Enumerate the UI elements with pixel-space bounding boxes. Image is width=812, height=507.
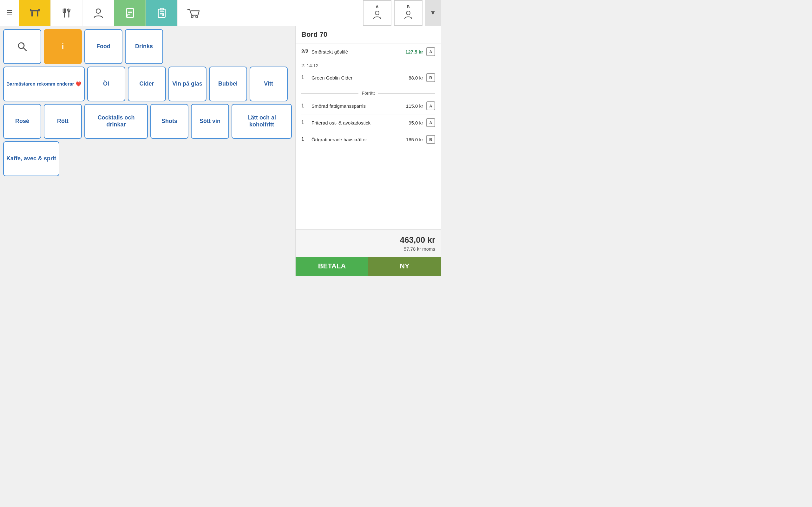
drinks-button[interactable]: Drinks bbox=[125, 29, 163, 64]
seat-badge-a3: A bbox=[426, 118, 435, 127]
svg-rect-2 bbox=[37, 11, 38, 16]
vin-pa-glas-button[interactable]: Vin på glas bbox=[168, 66, 206, 101]
barmastaren-button[interactable]: Barmästaren rekomm enderar ❤️ bbox=[3, 66, 85, 101]
user-a-icon bbox=[372, 10, 382, 21]
section-label-foratt: Förrätt bbox=[362, 91, 374, 96]
nav-receipt-icon[interactable]: $ bbox=[114, 0, 146, 26]
category-row-2: Barmästaren rekomm enderar ❤️ Öl Cider V… bbox=[3, 66, 292, 101]
category-row-3: Rosé Rött Cocktails och drinkar Shots Sö… bbox=[3, 104, 292, 139]
seat-badge-a2: A bbox=[426, 101, 435, 110]
rott-button[interactable]: Rött bbox=[44, 104, 82, 139]
svg-rect-3 bbox=[30, 9, 32, 10]
order-item-cider: 1 Green Goblin Cider 88.0 kr B bbox=[301, 69, 435, 86]
latt-button[interactable]: Lätt och al koholfritt bbox=[232, 104, 292, 139]
user-b-button[interactable]: B bbox=[394, 0, 422, 26]
item-price: 95.0 kr bbox=[409, 120, 423, 125]
top-nav: ☰ bbox=[0, 0, 441, 26]
section-line-right bbox=[378, 93, 435, 94]
svg-line-27 bbox=[23, 48, 26, 51]
section-line-left bbox=[301, 93, 358, 94]
order-item-smorstekt: 2/2 Smörstekt gösfilé 127.5 kr A bbox=[301, 43, 435, 60]
nav-table-icon[interactable] bbox=[19, 0, 51, 26]
ny-button[interactable]: NY bbox=[368, 257, 441, 276]
category-row-4: Kaffe, avec & sprit bbox=[3, 141, 292, 176]
item-qty: 1 bbox=[301, 136, 309, 142]
item-name: Friterad ost- & avokadostick bbox=[309, 120, 409, 125]
svg-point-22 bbox=[191, 16, 193, 18]
sott-vin-button[interactable]: Sött vin bbox=[191, 104, 229, 139]
item-price: 165.0 kr bbox=[406, 137, 423, 142]
order-list: 2/2 Smörstekt gösfilé 127.5 kr A 2: 14:1… bbox=[296, 43, 441, 229]
betala-button[interactable]: BETALA bbox=[296, 257, 368, 276]
svg-rect-1 bbox=[32, 11, 33, 16]
user-a-label: A bbox=[375, 4, 378, 9]
nav-person-icon[interactable] bbox=[83, 0, 114, 26]
user-a-button[interactable]: A bbox=[363, 0, 392, 26]
nav-right: A B ▼ bbox=[363, 0, 441, 26]
moms-amount: 57,78 kr moms bbox=[301, 246, 435, 251]
item-name: Örtgratinerade havskräftor bbox=[309, 137, 406, 142]
search-button[interactable] bbox=[3, 29, 41, 64]
svg-text:$: $ bbox=[126, 14, 128, 17]
user-b-label: B bbox=[407, 4, 409, 9]
user-b-icon bbox=[403, 10, 413, 21]
food-button[interactable]: Food bbox=[84, 29, 122, 64]
nav-down-arrow[interactable]: ▼ bbox=[425, 0, 441, 26]
seat-badge-a: A bbox=[426, 47, 435, 56]
foratt-section-header: Förrätt bbox=[301, 91, 435, 96]
hamburger-menu[interactable]: ☰ bbox=[0, 0, 19, 26]
item-price: 115.0 kr bbox=[406, 103, 423, 109]
item-price: 88.0 kr bbox=[409, 75, 423, 80]
vitt-button[interactable]: Vitt bbox=[250, 66, 288, 101]
category-row-1: i Food Drinks bbox=[3, 29, 292, 64]
svg-point-25 bbox=[406, 11, 410, 15]
total-amount: 463,00 kr bbox=[301, 235, 435, 245]
item-qty: 1 bbox=[301, 103, 309, 109]
order-item-havskraftor: 1 Örtgratinerade havskräftor 165.0 kr B bbox=[301, 131, 435, 148]
bubbel-button[interactable]: Bubbel bbox=[209, 66, 247, 101]
cocktails-button[interactable]: Cocktails och drinkar bbox=[84, 104, 148, 139]
order-item-ost: 1 Friterad ost- & avokadostick 95.0 kr A bbox=[301, 114, 435, 131]
rose-button[interactable]: Rosé bbox=[3, 104, 41, 139]
nav-icons: $ bbox=[19, 0, 363, 26]
left-panel: i Food Drinks Barmästaren rekomm enderar… bbox=[0, 26, 295, 276]
seat-badge-b: B bbox=[426, 73, 435, 82]
svg-point-23 bbox=[196, 16, 198, 18]
svg-point-9 bbox=[96, 9, 101, 13]
svg-rect-0 bbox=[30, 10, 40, 11]
right-panel: Bord 70 2/2 Smörstekt gösfilé 127.5 kr A… bbox=[295, 26, 441, 276]
main-content: i Food Drinks Barmästaren rekomm enderar… bbox=[0, 26, 441, 276]
svg-point-24 bbox=[375, 11, 379, 15]
cider-button[interactable]: Cider bbox=[128, 66, 166, 101]
shots-button[interactable]: Shots bbox=[150, 104, 189, 139]
order-item-sparris: 1 Smörad fattigmanssparris 115.0 kr A bbox=[301, 98, 435, 114]
table-header: Bord 70 bbox=[296, 26, 441, 43]
item-name: Green Goblin Cider bbox=[309, 75, 409, 80]
right-footer: 463,00 kr 57,78 kr moms bbox=[296, 229, 441, 257]
item-price: 127.5 kr bbox=[405, 49, 423, 55]
item-qty: 1 bbox=[301, 120, 309, 125]
item-name: Smörad fattigmanssparris bbox=[309, 103, 406, 109]
table-name: Bord 70 bbox=[301, 31, 327, 38]
item-name: Smörstekt gösfilé bbox=[309, 49, 405, 55]
info-button[interactable]: i bbox=[44, 29, 82, 64]
kaffe-button[interactable]: Kaffe, avec & sprit bbox=[3, 141, 59, 176]
seat-badge-b2: B bbox=[426, 135, 435, 144]
nav-food-icon[interactable] bbox=[51, 0, 83, 26]
svg-rect-4 bbox=[38, 9, 40, 10]
action-buttons: BETALA NY bbox=[296, 257, 441, 276]
nav-clipboard-icon[interactable] bbox=[146, 0, 177, 26]
nav-cart-icon[interactable] bbox=[177, 0, 209, 26]
ol-button[interactable]: Öl bbox=[87, 66, 125, 101]
item-qty: 1 bbox=[301, 75, 309, 80]
item-qty: 2/2 bbox=[301, 49, 309, 55]
order-time: 2: 14:12 bbox=[301, 60, 435, 69]
